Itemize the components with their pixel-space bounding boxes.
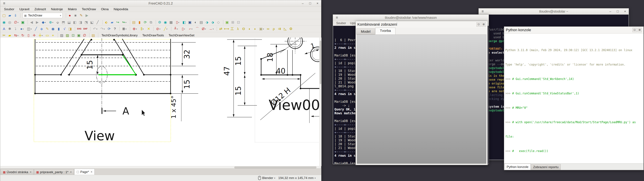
redo-icon[interactable]: ↷ — [99, 26, 106, 31]
audit-icon[interactable]: ◨ — [68, 26, 72, 31]
freecad-titlebar[interactable]: ≡ FreeCAD 0.21.2 – □ × — [0, 0, 321, 7]
tool-fork-icon[interactable]: ⇉ — [277, 26, 282, 31]
document-tab[interactable]: ▦ Úvodní stránka × — [1, 169, 34, 175]
close-button[interactable]: × — [314, 2, 321, 5]
toolbar-text-button[interactable]: TechDrawTools — [140, 34, 166, 37]
pencil-icon[interactable]: ✎ — [45, 26, 50, 31]
tool-select-icon[interactable]: ⇄ — [218, 26, 223, 31]
save-document-icon[interactable]: ⇓ — [13, 13, 18, 18]
refresh-page-icon[interactable]: ⟳ — [106, 26, 112, 31]
view-front-icon[interactable]: ⬒ — [61, 20, 66, 25]
link-replace-icon[interactable]: ↬ — [121, 20, 128, 25]
float-panel-icon[interactable]: ⊡ — [476, 22, 481, 27]
menu-item[interactable]: Nápověda — [111, 7, 131, 11]
document-tab[interactable]: ▦ pripravek_panty : 1* × — [34, 169, 74, 175]
tool-rings-icon[interactable]: ∞ — [266, 26, 270, 31]
transport-a-icon[interactable]: ⬗ — [204, 20, 210, 25]
view-home-icon[interactable]: ◆ — [40, 20, 47, 25]
section-arrow[interactable]: A — [102, 106, 129, 117]
capsule-icon[interactable]: ▮ — [56, 26, 61, 31]
menu-item[interactable]: Makro — [66, 7, 79, 11]
paste-icon[interactable]: ⧉ — [148, 20, 154, 25]
horizontal-scrollbar[interactable] — [0, 166, 319, 168]
link-make-icon[interactable]: ↪ — [115, 20, 120, 25]
face-centerline-icon[interactable]: ✕ — [146, 26, 151, 31]
dimension-15-front-lower[interactable]: 15 — [183, 80, 191, 89]
leader-line-icon[interactable]: ⤵ — [13, 26, 18, 31]
image-add-icon[interactable]: ⊞ — [230, 20, 235, 25]
dimension-1[interactable]: 1 — [310, 42, 316, 50]
lens-icon[interactable]: ◐ — [193, 20, 198, 25]
tool-curve-b-icon[interactable]: ◗ — [252, 26, 258, 31]
tool-curve-a-icon[interactable]: ◖ — [247, 26, 252, 31]
view-fit-all-icon[interactable]: ◉ — [2, 20, 6, 25]
extension-diameter-icon[interactable]: Ø — [200, 26, 207, 31]
rotate-view-icon[interactable]: ↻ — [20, 33, 25, 38]
menu-item[interactable]: Zobrazit — [32, 7, 48, 11]
refresh-icon[interactable]: ⟳ — [143, 20, 148, 25]
python-console-titlebar[interactable]: Python konzole ⊡ ⊠ — [504, 27, 644, 34]
panel-titlebar[interactable]: Kombinované zobrazení ⊡ ⊠ — [356, 21, 488, 28]
terminal-mason-titlebar[interactable]: ≡ tloudev@stodolar /var/www/mason — [333, 14, 489, 21]
dxf-export-icon[interactable]: DXF — [83, 26, 88, 31]
console-tab[interactable]: Python konzole — [504, 164, 531, 170]
centerline-circle-icon[interactable]: ⊕ — [131, 26, 138, 31]
tool-cube-icon[interactable]: ▣ — [258, 26, 265, 31]
dimension-chamfer-front[interactable]: 1 x 45° — [170, 96, 177, 119]
view-top-icon[interactable]: ⬓ — [66, 20, 72, 25]
close-button[interactable]: × — [621, 10, 629, 13]
circle-icon[interactable]: ◉ — [50, 26, 56, 31]
box-select-icon[interactable]: ▣ — [187, 20, 192, 25]
section-view-icon[interactable]: ◫ — [26, 26, 33, 31]
extension-perpendicular-icon[interactable]: ╨ — [172, 26, 179, 31]
weld-symbol-icon[interactable]: ╪ — [38, 33, 44, 38]
hatch-geometric-icon[interactable]: ▨ — [65, 33, 70, 38]
python-console-output[interactable]: Python 3.11.8 (main, Feb 29 2024, 19:30:… — [504, 34, 643, 164]
extension-arc-icon[interactable]: ⌒ — [195, 26, 200, 31]
close-panel-icon[interactable]: ⊠ — [638, 28, 642, 32]
tab-close-icon[interactable]: × — [91, 170, 92, 174]
transport-b-icon[interactable]: ⬗ — [210, 20, 215, 25]
hatch-pattern-icon[interactable]: ▨ — [59, 33, 64, 38]
cube-plain-icon[interactable]: ◇ — [216, 20, 221, 25]
dependency-graph-icon[interactable]: ▤ — [131, 20, 136, 25]
line-group-icon[interactable]: ≣ — [121, 26, 128, 31]
new-document-icon[interactable]: ▢ — [2, 13, 6, 18]
undo-icon[interactable]: ↶ — [92, 26, 98, 31]
nav-forward-icon[interactable]: ▶ — [35, 20, 40, 25]
techdraw-page-canvas[interactable]: 15 32 15 1 x 45° A View — [0, 38, 319, 166]
centerlines-icon[interactable]: ⫼ — [139, 26, 146, 31]
tool-theta-icon[interactable]: Θ — [241, 26, 246, 31]
dimension-chamfer-icon[interactable]: ╱ — [162, 26, 169, 31]
toolbar-text-button[interactable]: TechDrawViewSet — [166, 34, 197, 37]
image-new-icon[interactable]: ▣ — [224, 20, 230, 25]
svg-export-icon[interactable]: SVG — [76, 26, 82, 31]
dimension-15-bottom[interactable]: 15 — [234, 86, 242, 96]
mirror-view-icon[interactable]: ▯ — [174, 20, 181, 25]
view-name-label[interactable]: View — [84, 128, 115, 143]
scene-config-icon[interactable]: ▦ — [168, 20, 174, 25]
extension-chain-icon[interactable]: ⌐ — [187, 26, 194, 31]
axis-cross-icon[interactable]: ✛ — [32, 33, 37, 38]
minimize-button[interactable]: – — [606, 10, 614, 13]
dimension-15-front[interactable]: 15 — [86, 60, 94, 70]
tab-close-icon[interactable]: × — [30, 170, 32, 174]
section-label[interactable]: A — [122, 106, 129, 117]
panel-tab[interactable]: Model — [356, 28, 375, 34]
image-insert-icon[interactable]: ▣ — [76, 33, 81, 38]
macro-play-icon[interactable]: ▶ — [84, 13, 90, 18]
open-document-icon[interactable]: ▰ — [7, 13, 12, 18]
menu-item[interactable]: Soubor — [334, 22, 348, 25]
menu-item[interactable]: Upravit — [17, 7, 32, 11]
document-tab[interactable]: ▢ Page* × — [74, 168, 94, 175]
group-icon[interactable]: ▰ — [110, 20, 114, 25]
view-right-icon[interactable]: ◧ — [72, 20, 77, 25]
extension-arrow-icon[interactable]: → — [208, 26, 214, 31]
symbol-stack-icon[interactable]: ▤ — [91, 33, 96, 38]
tool-rho-icon[interactable]: ρ — [271, 26, 276, 31]
spreadsheet-icon[interactable]: ▤ — [199, 20, 204, 25]
tool-beam-icon[interactable]: 工 — [230, 26, 234, 31]
vertical-scrollbar[interactable] — [319, 38, 322, 166]
panel-tab[interactable]: Tvorba — [375, 28, 395, 34]
whats-this-icon[interactable]: ? — [112, 26, 117, 31]
